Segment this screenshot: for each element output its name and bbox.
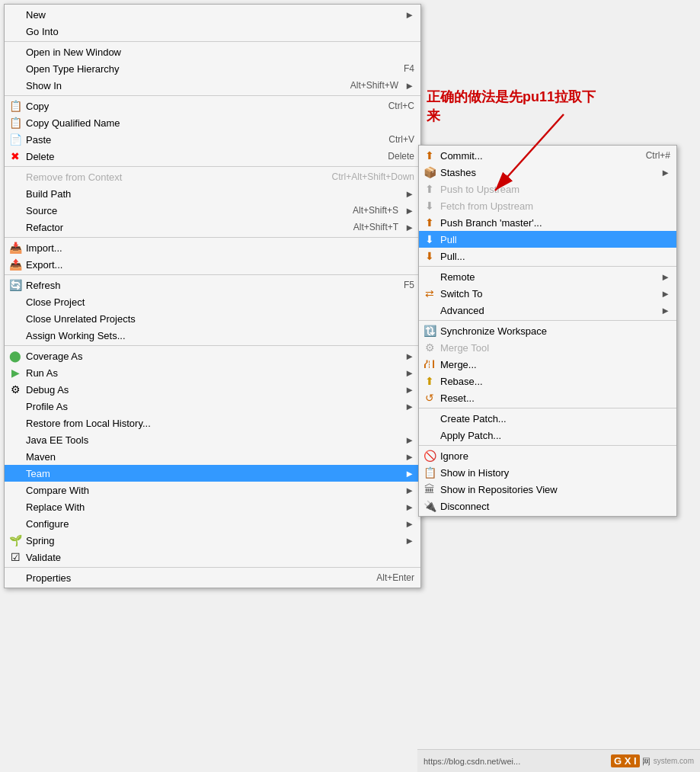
submenu-item-advanced[interactable]: Advanced ► [419, 302, 676, 319]
divider-s2 [419, 320, 676, 321]
submenu-item-merge[interactable]: ⛙ Merge... [419, 356, 676, 373]
divider-2 [5, 95, 420, 96]
menu-item-compare-with[interactable]: Compare With ► [5, 482, 420, 498]
menu-item-close-project[interactable]: Close Project [5, 293, 420, 310]
menu-item-properties[interactable]: Properties Alt+Enter [5, 569, 420, 586]
submenu-item-remote[interactable]: Remote ► [419, 268, 676, 285]
arrow-icon: ► [404, 80, 414, 91]
menu-item-configure[interactable]: Configure ► [5, 515, 420, 532]
menu-item-java-ee-tools[interactable]: Java EE Tools ► [5, 431, 420, 448]
arrow-icon: ► [404, 535, 414, 546]
menu-item-refresh[interactable]: 🔄 Refresh F5 [5, 277, 420, 293]
arrow-icon: ► [404, 384, 414, 396]
submenu-item-rebase[interactable]: ⬆ Rebase... [419, 373, 676, 389]
history-icon: 📋 [423, 466, 436, 479]
menu-item-refactor[interactable]: Refactor Alt+Shift+T ► [5, 219, 420, 235]
submenu-item-reset[interactable]: ↺ Reset... [419, 389, 676, 406]
submenu-item-commit[interactable]: ⬆ Commit... Ctrl+# [419, 147, 676, 164]
menu-item-show-in[interactable]: Show In Alt+Shift+W ► [5, 77, 420, 94]
divider-3 [5, 166, 420, 167]
menu-item-spring[interactable]: 🌱 Spring ► [5, 532, 420, 549]
menu-item-close-unrelated-projects[interactable]: Close Unrelated Projects [5, 310, 420, 327]
reset-icon: ↺ [423, 391, 436, 405]
arrow-icon: ► [404, 188, 414, 200]
arrow-icon: ► [404, 518, 414, 530]
submenu-item-show-in-history[interactable]: 📋 Show in History [419, 464, 676, 481]
submenu-item-pull-dots[interactable]: ⬇ Pull... [419, 248, 676, 264]
menu-item-coverage-as[interactable]: ⬤ Coverage As ► [5, 348, 420, 364]
disconnect-icon: 🔌 [423, 499, 436, 513]
divider-7 [5, 567, 420, 568]
divider-1 [5, 41, 420, 42]
menu-item-validate[interactable]: ☑ Validate [5, 549, 420, 565]
divider-s4 [419, 445, 676, 446]
submenu-item-merge-tool[interactable]: ⚙ Merge Tool [419, 339, 676, 356]
menu-item-open-type-hierarchy[interactable]: Open Type Hierarchy F4 [5, 60, 420, 77]
pull-dots-icon: ⬇ [423, 249, 436, 263]
context-menu: New ► Go Into Open in New Window Open Ty… [4, 4, 421, 588]
submenu-item-ignore[interactable]: 🚫 Ignore [419, 447, 676, 464]
menu-item-restore-from-local-history[interactable]: Restore from Local History... [5, 415, 420, 431]
menu-item-go-into[interactable]: Go Into [5, 23, 420, 40]
arrow-icon: ► [404, 468, 414, 479]
team-submenu: ⬆ Commit... Ctrl+# 📦 Stashes ► ⬆ Push to… [418, 145, 677, 517]
arrow-icon: ► [404, 222, 414, 233]
menu-item-build-path[interactable]: Build Path ► [5, 185, 420, 202]
divider-5 [5, 274, 420, 275]
menu-item-import[interactable]: 📥 Import... [5, 239, 420, 256]
watermark: G X I 网 system.com [611, 755, 694, 767]
menu-item-copy[interactable]: 📋 Copy Ctrl+C [5, 98, 420, 114]
refresh-icon: 🔄 [8, 278, 22, 292]
arrow-icon: ► [404, 451, 414, 463]
submenu-item-synchronize-workspace[interactable]: 🔃 Synchronize Workspace [419, 322, 676, 339]
menu-item-new[interactable]: New ► [5, 6, 420, 23]
submenu-item-disconnect[interactable]: 🔌 Disconnect [419, 498, 676, 514]
arrow-icon: ► [404, 401, 414, 412]
menu-item-maven[interactable]: Maven ► [5, 448, 420, 465]
arrow-icon: ► [404, 434, 414, 446]
switch-icon: ⇄ [423, 287, 436, 300]
import-icon: 📥 [8, 241, 22, 255]
annotation-text: 正确的做法是先pu11拉取下 来 [427, 88, 596, 126]
menu-item-delete[interactable]: ✖ Delete Delete [5, 148, 420, 165]
menu-item-open-new-window[interactable]: Open in New Window [5, 43, 420, 60]
submenu-item-apply-patch[interactable]: Apply Patch... [419, 427, 676, 444]
run-icon: ▶ [8, 366, 22, 380]
menu-item-source[interactable]: Source Alt+Shift+S ► [5, 202, 420, 219]
rebase-icon: ⬆ [423, 374, 436, 388]
divider-s1 [419, 266, 676, 267]
spring-icon: 🌱 [8, 533, 22, 547]
watermark-logo: G X I 网 [611, 755, 650, 767]
submenu-item-switch-to[interactable]: ⇄ Switch To ► [419, 285, 676, 302]
submenu-item-pull[interactable]: ⬇ Pull [419, 231, 676, 248]
menu-item-export[interactable]: 📤 Export... [5, 256, 420, 273]
menu-item-profile-as[interactable]: Profile As ► [5, 398, 420, 415]
submenu-item-show-in-repositories-view[interactable]: 🏛 Show in Repositories View [419, 481, 676, 498]
submenu-item-create-patch[interactable]: Create Patch... [419, 410, 676, 427]
menu-item-run-as[interactable]: ▶ Run As ► [5, 364, 420, 381]
pull-icon: ⬇ [423, 232, 436, 246]
export-icon: 📤 [8, 258, 22, 271]
divider-s3 [419, 408, 676, 408]
menu-item-replace-with[interactable]: Replace With ► [5, 498, 420, 515]
push-up-icon: ⬆ [423, 182, 436, 196]
submenu-item-stashes[interactable]: 📦 Stashes ► [419, 164, 676, 181]
menu-item-team[interactable]: Team ► [5, 465, 420, 482]
sync-icon: 🔃 [423, 324, 436, 338]
submenu-item-fetch-from-upstream[interactable]: ⬇ Fetch from Upstream [419, 197, 676, 214]
divider-4 [5, 237, 420, 238]
merge-icon: ⛙ [423, 357, 436, 371]
menu-item-copy-qualified-name[interactable]: 📋 Copy Qualified Name [5, 114, 420, 131]
stashes-icon: 📦 [423, 165, 436, 179]
push-branch-icon: ⬆ [423, 216, 436, 229]
submenu-item-push-to-upstream[interactable]: ⬆ Push to Upstream [419, 181, 676, 197]
bottom-bar: https://blog.csdn.net/wei... G X I 网 sys… [417, 749, 700, 772]
menu-item-paste[interactable]: 📄 Paste Ctrl+V [5, 131, 420, 148]
menu-item-debug-as[interactable]: ⚙ Debug As ► [5, 381, 420, 398]
submenu-item-push-branch-master[interactable]: ⬆ Push Branch 'master'... [419, 214, 676, 231]
menu-item-assign-working-sets[interactable]: Assign Working Sets... [5, 327, 420, 344]
arrow-icon: ► [660, 271, 670, 283]
menu-item-remove-from-context[interactable]: Remove from Context Ctrl+Alt+Shift+Down [5, 168, 420, 185]
arrow-icon: ► [404, 485, 414, 496]
merge-tool-icon: ⚙ [423, 341, 436, 354]
